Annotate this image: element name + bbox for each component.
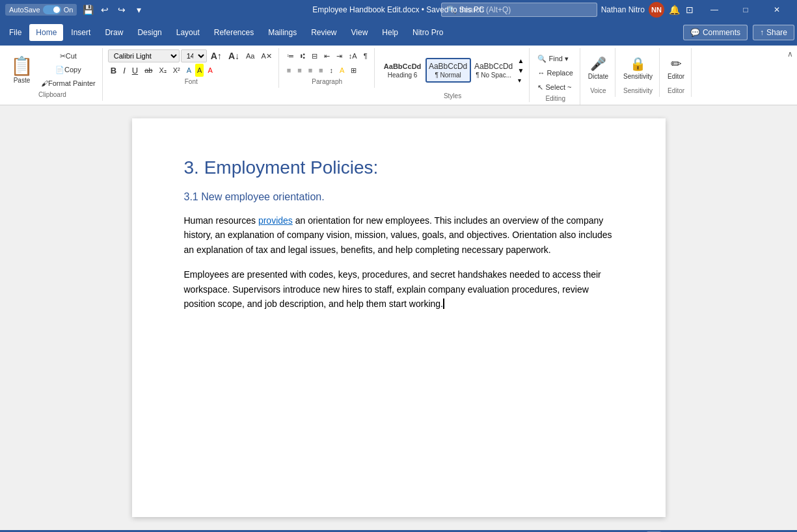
sensitivity-button[interactable]: 🔒 Sensitivity (621, 49, 655, 86)
underline-button[interactable]: U (129, 64, 141, 77)
font-size-select[interactable]: 14 (181, 49, 207, 62)
ribbon-group-voice: 🎤 Dictate Voice (582, 48, 615, 97)
font-grow-button[interactable]: A↑ (208, 49, 224, 62)
autosave-toggle-dot (53, 7, 60, 13)
style-heading6[interactable]: AaBbCcDd Heading 6 (380, 58, 426, 82)
multilevel-list-button[interactable]: ⊟ (309, 49, 320, 62)
menu-design[interactable]: Design (131, 24, 168, 41)
style-normal-label: ¶ Normal (435, 72, 461, 79)
menu-review[interactable]: Review (304, 24, 343, 41)
dictate-button[interactable]: 🎤 Dictate (586, 49, 611, 86)
sort-button[interactable]: ↕A (346, 49, 360, 62)
styles-scroll[interactable]: ▲ ▼ ▾ (517, 57, 526, 84)
menu-layout[interactable]: Layout (170, 24, 206, 41)
maximize-button[interactable]: □ (731, 0, 761, 20)
document-paragraph1[interactable]: Human resources provides an orientation … (184, 213, 614, 257)
select-label: Select ~ (545, 83, 571, 91)
font-name-select[interactable]: Calibri Light (108, 49, 180, 62)
replace-button[interactable]: ↔ Replace (535, 66, 575, 79)
decrease-indent-button[interactable]: ⇤ (321, 49, 332, 62)
ribbon-group-clipboard: 📋 Paste ✂ Cut 📄 Copy 🖌 Format Painter (3, 48, 103, 101)
change-case-button[interactable]: Aa (243, 49, 257, 62)
find-button[interactable]: 🔍 Find ▾ (535, 52, 575, 65)
comments-button[interactable]: 💬 Comments (683, 25, 748, 40)
paragraph1-link[interactable]: provides (258, 215, 293, 226)
styles-more[interactable]: ▾ (518, 77, 524, 84)
bold-button[interactable]: B (108, 64, 119, 77)
copy-button[interactable]: 📄 Copy (38, 63, 98, 76)
styles-scroll-up[interactable]: ▲ (518, 57, 524, 64)
sensitivity-group-label: Sensitivity (621, 87, 655, 96)
share-button[interactable]: ↑ Share (753, 25, 794, 40)
undo-icon[interactable]: ↩ (99, 4, 111, 16)
paragraph-row2: ≡ ≡ ≡ ≡ ↕ A ⊞ (284, 64, 370, 77)
align-center-button[interactable]: ≡ (295, 64, 304, 77)
style-normal-preview: AaBbCcDd (429, 62, 467, 72)
document-paragraph2[interactable]: Employees are presented with codes, keys… (184, 267, 614, 311)
text-effects-button[interactable]: A (184, 64, 194, 77)
highlight-button[interactable]: A (195, 64, 204, 77)
editor-button[interactable]: ✏ Editor (665, 49, 687, 86)
line-spacing-button[interactable]: ↕ (327, 64, 336, 77)
autosave-state: On (64, 6, 74, 14)
titlebar: AutoSave On 💾 ↩ ↪ ▾ Employee Handbook Ed… (0, 0, 797, 20)
menu-insert[interactable]: Insert (64, 24, 97, 41)
font-shrink-button[interactable]: A↓ (226, 49, 242, 62)
justify-button[interactable]: ≡ (316, 64, 325, 77)
style-normal[interactable]: AaBbCcDd ¶ Normal (426, 58, 471, 83)
editor-icon: ✏ (671, 56, 682, 72)
style-nospace-label: ¶ No Spac... (476, 72, 511, 79)
replace-icon: ↔ (537, 69, 545, 77)
show-pilcrow-button[interactable]: ¶ (361, 49, 370, 62)
align-left-button[interactable]: ≡ (284, 64, 293, 77)
strikethrough-button[interactable]: ab (142, 64, 155, 77)
notifications-icon[interactable]: 🔔 (668, 4, 680, 16)
borders-button[interactable]: ⊞ (348, 64, 359, 77)
bullets-button[interactable]: ≔ (284, 49, 297, 62)
document-container[interactable]: 3. Employment Policies: 3.1 New employee… (0, 105, 797, 530)
style-nospace[interactable]: AaBbCcDd ¶ No Spac... (471, 58, 517, 83)
paragraph1-before-link: Human resources (184, 215, 258, 226)
user-avatar[interactable]: NN (649, 2, 664, 18)
menu-home[interactable]: Home (29, 24, 63, 41)
collapse-ribbon-button[interactable]: ∧ (786, 48, 794, 60)
ribbon-group-sensitivity: 🔒 Sensitivity Sensitivity (617, 48, 660, 97)
format-painter-button[interactable]: 🖌 Format Painter (38, 77, 98, 90)
styles-scroll-down[interactable]: ▼ (518, 67, 524, 74)
menu-help[interactable]: Help (375, 24, 405, 41)
paste-button[interactable]: 📋 Paste (7, 49, 37, 90)
restore-icon[interactable]: ⊡ (684, 4, 696, 16)
cut-button[interactable]: ✂ Cut (38, 49, 98, 62)
menu-file[interactable]: File (3, 24, 28, 41)
autosave-button[interactable]: AutoSave On (5, 4, 77, 16)
menu-draw[interactable]: Draw (98, 24, 129, 41)
paste-label: Paste (14, 77, 31, 84)
align-right-button[interactable]: ≡ (306, 64, 315, 77)
increase-indent-button[interactable]: ⇥ (334, 49, 345, 62)
subscript-button[interactable]: X₂ (156, 64, 169, 77)
menu-mailings[interactable]: Mailings (262, 24, 303, 41)
menu-references[interactable]: References (208, 24, 260, 41)
clear-format-button[interactable]: A✕ (258, 49, 274, 62)
user-info: Nathan Nitro NN (601, 2, 664, 18)
save-icon[interactable]: 💾 (82, 4, 94, 16)
customize-qat-icon[interactable]: ▾ (133, 4, 144, 16)
redo-icon[interactable]: ↪ (116, 4, 128, 16)
cut-label: Cut (66, 52, 77, 60)
menu-nitro-pro[interactable]: Nitro Pro (406, 24, 450, 41)
autosave-toggle[interactable] (43, 5, 61, 14)
menu-view[interactable]: View (345, 24, 375, 41)
dictate-label: Dictate (588, 73, 608, 80)
copy-icon: 📄 (55, 66, 64, 74)
font-color-button[interactable]: A (205, 64, 215, 77)
shading-button[interactable]: A (337, 64, 347, 77)
superscript-button[interactable]: X² (170, 64, 183, 77)
italic-button[interactable]: I (120, 64, 128, 77)
window-controls: — □ ✕ (699, 0, 792, 20)
select-button[interactable]: ↖ Select ~ (535, 81, 575, 94)
styles-container: AaBbCcDd Heading 6 AaBbCcDd ¶ Normal AaB… (380, 49, 526, 91)
numbering-button[interactable]: ⑆ (298, 49, 308, 62)
minimize-button[interactable]: — (699, 0, 729, 20)
ribbon-content: 📋 Paste ✂ Cut 📄 Copy 🖌 Format Painter (3, 48, 794, 105)
close-button[interactable]: ✕ (762, 0, 792, 20)
